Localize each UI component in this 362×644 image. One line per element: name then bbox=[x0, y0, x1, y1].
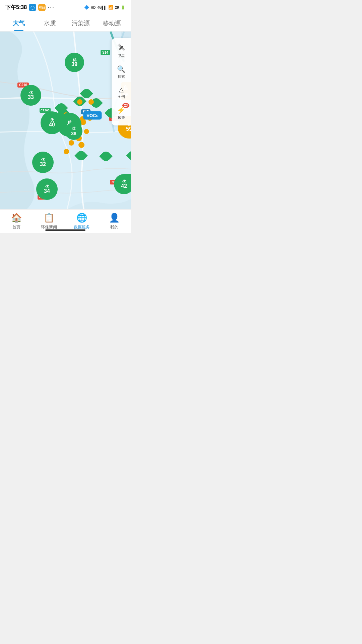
legend-btn[interactable]: △ 图例 bbox=[114, 83, 129, 102]
dot-16[interactable] bbox=[64, 149, 69, 154]
satellite-icon: 🛰 bbox=[118, 44, 125, 52]
tab-water[interactable]: 水质 bbox=[35, 15, 66, 31]
marker-you34[interactable]: 优 34 bbox=[36, 178, 58, 200]
top-tabs: 大气 水质 污染源 移动源 bbox=[0, 15, 131, 32]
marker-you33[interactable]: 优 33 bbox=[20, 85, 41, 106]
wifi-icon: 📶 bbox=[108, 5, 113, 10]
status-right: 🔷 HD 4G▌▌ 📶 29 🔋 bbox=[84, 5, 125, 10]
status-left: 下午5:38 ◯ 有品 ··· bbox=[5, 4, 55, 11]
road-s14: S14 bbox=[101, 50, 110, 55]
app-icon-1: ◯ bbox=[29, 4, 36, 11]
status-bar: 下午5:38 ◯ 有品 ··· 🔷 HD 4G▌▌ 📶 29 🔋 bbox=[0, 0, 131, 15]
network-signal: 4G▌▌ bbox=[97, 6, 107, 9]
home-indicator bbox=[45, 229, 85, 231]
legend-icon: △ bbox=[119, 86, 124, 93]
dot-15[interactable] bbox=[78, 142, 84, 148]
mine-icon: 👤 bbox=[109, 213, 120, 223]
leaf-marker-7[interactable] bbox=[101, 152, 111, 161]
search-icon: 🔍 bbox=[117, 65, 125, 73]
more-dots: ··· bbox=[48, 4, 55, 11]
leaf-marker-8[interactable] bbox=[76, 151, 86, 160]
tab-mobile-source[interactable]: 移动源 bbox=[97, 15, 128, 31]
tab-pollution-source[interactable]: 污染源 bbox=[65, 15, 97, 31]
data-service-icon: 🌐 bbox=[76, 213, 87, 223]
map-tools-panel: 🛰 卫星 🔍 搜索 △ 图例 ⚡ 23 预警 bbox=[112, 38, 131, 125]
warning-btn[interactable]: ⚡ 23 预警 bbox=[114, 103, 129, 123]
marker-you32[interactable]: 优 32 bbox=[32, 152, 54, 173]
battery-icon: 🔋 bbox=[121, 5, 125, 10]
map-container[interactable]: S14 C210 C2260 S15 C6521 C242 C309 C22 bbox=[0, 32, 131, 209]
hd-icon: HD bbox=[91, 6, 96, 9]
leaf-marker-9[interactable] bbox=[128, 151, 131, 160]
marker-you39[interactable]: 优 39 bbox=[65, 53, 84, 72]
bluetooth-icon: 🔷 bbox=[84, 5, 89, 10]
tab-atmosphere[interactable]: 大气 bbox=[3, 15, 35, 31]
home-icon: 🏠 bbox=[11, 213, 22, 223]
satellite-btn[interactable]: 🛰 卫星 bbox=[114, 41, 129, 61]
warning-badge-count: 23 bbox=[122, 103, 129, 108]
dot-2[interactable] bbox=[88, 99, 94, 105]
news-icon: 📋 bbox=[44, 213, 54, 223]
nav-mine[interactable]: 👤 我的 bbox=[98, 210, 131, 233]
status-time: 下午5:38 bbox=[5, 4, 27, 11]
search-btn[interactable]: 🔍 搜索 bbox=[114, 62, 129, 82]
battery-text: 29 bbox=[115, 5, 119, 9]
nav-home[interactable]: 🏠 首页 bbox=[0, 210, 33, 233]
app-icon-2: 有品 bbox=[38, 4, 46, 11]
dot-14[interactable] bbox=[69, 140, 74, 146]
bottom-nav: 🏠 首页 📋 环保新闻 🌐 数据服务 👤 我的 bbox=[0, 209, 131, 233]
marker-you38[interactable]: 优 38 bbox=[65, 122, 82, 140]
dot-12[interactable] bbox=[84, 129, 89, 134]
vocs-marker[interactable]: VOCs bbox=[83, 111, 102, 120]
dot-1[interactable] bbox=[77, 99, 82, 105]
